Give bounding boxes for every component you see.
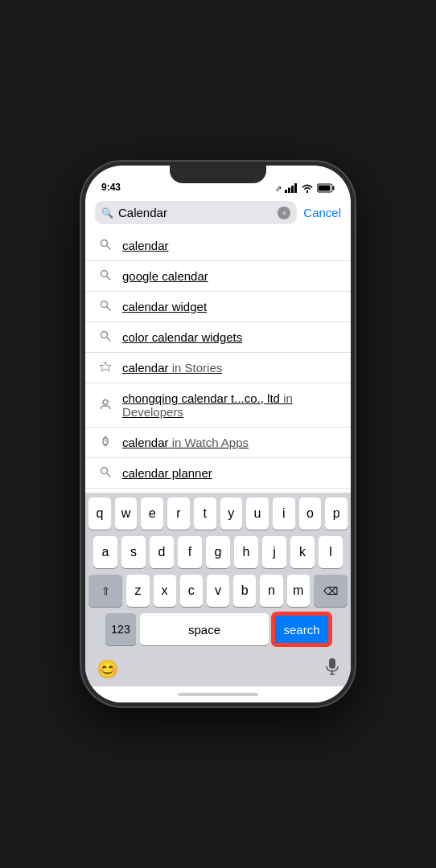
suggestion-suffix: in Developers (122, 391, 293, 419)
suggestion-suffix: in Stories (169, 361, 223, 375)
key-shift[interactable]: ⇧ (88, 575, 122, 607)
keyboard-row-1: q w e r t y u i o p (88, 497, 348, 530)
search-input-wrapper[interactable]: 🔍 Calendar × (95, 201, 297, 224)
key-k[interactable]: k (290, 536, 315, 568)
key-backspace[interactable]: ⌫ (314, 575, 348, 607)
key-a[interactable]: a (93, 536, 117, 568)
stories-icon (98, 361, 113, 375)
suggestion-text: google calendar (122, 269, 208, 283)
suggestion-item[interactable]: calendar in Watch Apps (85, 428, 351, 458)
keyboard-extras: 😊 (85, 655, 351, 686)
key-x[interactable]: x (154, 575, 176, 607)
key-i[interactable]: i (273, 497, 295, 530)
emoji-button[interactable]: 😊 (97, 659, 118, 680)
key-j[interactable]: j (262, 536, 286, 568)
search-bar: 🔍 Calendar × Cancel (85, 196, 351, 231)
keyboard-row-3: ⇧ z x c v b n m ⌫ (88, 575, 348, 607)
key-o[interactable]: o (299, 497, 322, 530)
search-icon (98, 466, 113, 480)
key-z[interactable]: z (126, 575, 149, 607)
suggestion-text: calendar planner (122, 466, 212, 480)
svg-rect-3 (294, 183, 297, 193)
signal-icon (285, 183, 298, 193)
suggestion-item[interactable]: calendar planner (85, 458, 351, 489)
suggestion-text: calendar in Watch Apps (122, 436, 249, 449)
suggestion-suffix: in Watch Apps (169, 436, 249, 449)
key-h[interactable]: h (234, 536, 258, 568)
key-g[interactable]: g (206, 536, 230, 568)
watch-icon (98, 436, 113, 449)
svg-rect-2 (291, 186, 294, 193)
suggestions-list: calendargoogle calendarcalendar widgetco… (85, 231, 351, 493)
key-v[interactable]: v (207, 575, 229, 607)
key-b[interactable]: b (233, 575, 256, 607)
key-y[interactable]: y (220, 497, 243, 530)
key-p[interactable]: p (325, 497, 348, 530)
suggestion-text: calendar widget (122, 300, 207, 313)
svg-rect-0 (285, 190, 287, 193)
key-t[interactable]: t (194, 497, 216, 530)
key-s[interactable]: s (121, 536, 146, 568)
key-space[interactable]: space (140, 613, 269, 645)
suggestion-text: calendar (122, 239, 169, 252)
svg-line-8 (107, 246, 111, 250)
wifi-icon (301, 183, 314, 193)
suggestion-item[interactable]: calendar (85, 231, 351, 261)
svg-rect-1 (288, 188, 290, 194)
suggestion-text: color calendar widgets (122, 330, 242, 344)
status-time: 9:43 (101, 182, 121, 193)
cancel-button[interactable]: Cancel (303, 206, 341, 219)
search-icon (98, 330, 113, 344)
home-indicator (85, 686, 351, 702)
key-c[interactable]: c (180, 575, 203, 607)
key-w[interactable]: w (115, 497, 138, 530)
search-icon (98, 239, 113, 252)
location-icon: ⇗ (275, 184, 282, 193)
search-icon (98, 300, 113, 313)
battery-icon (317, 183, 335, 193)
suggestion-item[interactable]: google calendar (85, 261, 351, 292)
clear-button[interactable]: × (278, 207, 290, 219)
suggestion-text: calendar in Stories (122, 361, 222, 375)
key-l[interactable]: l (319, 536, 343, 568)
key-u[interactable]: u (246, 497, 269, 530)
suggestion-item[interactable]: calendar widget (85, 292, 351, 322)
svg-line-14 (107, 338, 111, 342)
svg-marker-15 (100, 362, 111, 371)
search-input[interactable]: Calendar (118, 206, 273, 219)
svg-rect-6 (319, 186, 331, 191)
status-icons: ⇗ (275, 183, 335, 193)
person-icon (98, 399, 113, 412)
search-icon (98, 269, 113, 283)
suggestion-text: chongqing calendar t...co., ltd in Devel… (122, 391, 338, 419)
key-q[interactable]: q (88, 497, 111, 530)
svg-line-12 (107, 307, 111, 311)
keyboard-row-2: a s d f g h j k l (88, 536, 348, 568)
key-m[interactable]: m (287, 575, 310, 607)
suggestion-item[interactable]: chongqing calendar t...co., ltd in Devel… (85, 383, 351, 428)
key-r[interactable]: r (167, 497, 190, 530)
key-e[interactable]: e (141, 497, 163, 530)
svg-line-10 (107, 276, 111, 280)
keyboard: q w e r t y u i o p a s d f g h j k l (85, 493, 351, 655)
key-numbers[interactable]: 123 (105, 613, 136, 645)
svg-rect-5 (333, 186, 335, 190)
key-n[interactable]: n (260, 575, 282, 607)
suggestion-item[interactable]: calendar in Stories (85, 353, 351, 383)
search-icon: 🔍 (101, 207, 113, 219)
search-button[interactable]: search (273, 613, 331, 645)
microphone-button[interactable] (325, 658, 339, 680)
svg-rect-28 (329, 658, 335, 669)
key-f[interactable]: f (178, 536, 202, 568)
svg-point-16 (103, 399, 108, 404)
keyboard-row-4: 123 space search (88, 613, 348, 645)
svg-line-23 (107, 473, 111, 477)
suggestion-item[interactable]: color calendar widgets (85, 322, 351, 353)
key-d[interactable]: d (150, 536, 174, 568)
